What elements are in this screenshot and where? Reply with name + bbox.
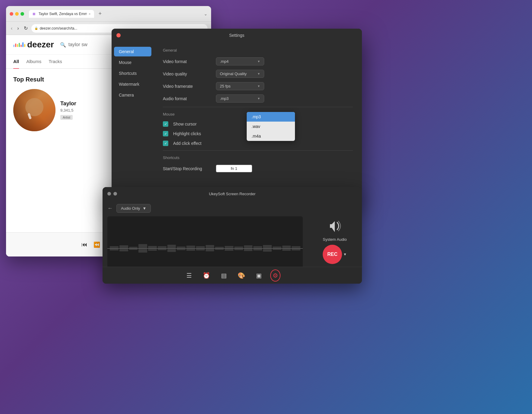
settings-close-button[interactable] — [116, 33, 121, 37]
waveform-center-line — [107, 248, 303, 249]
deezer-search[interactable]: 🔍 taylor sw — [60, 42, 87, 48]
browser-titlebar: ▦ Taylor Swift, Zendaya vs Emma × + ⌄ — [6, 6, 211, 22]
nav-all[interactable]: All — [13, 55, 19, 68]
mode-dropdown[interactable]: Audio Only ▼ — [116, 204, 151, 213]
tab-title: Taylor Swift, Zendaya vs Emma — [39, 12, 87, 16]
artist-badge: Artist — [60, 115, 73, 120]
audio-option-m4a[interactable]: .m4a — [247, 131, 295, 141]
show-cursor-checkbox[interactable] — [163, 121, 168, 127]
rec-button[interactable]: REC — [323, 245, 342, 264]
recorder-minimize-button[interactable] — [113, 192, 117, 196]
tab-close-button[interactable]: × — [89, 12, 90, 16]
audio-format-row: Audio format .mp3 ▼ — [163, 94, 353, 103]
rec-button-row: REC ▼ — [323, 245, 347, 264]
recorder-titlebar: UkeySoft Screen Recorder — [103, 187, 362, 200]
url-text: deezer.com/search/ta... — [40, 26, 78, 30]
deezer-logo: deezer — [13, 40, 54, 49]
click-effect-label: Add click effect — [173, 141, 201, 146]
video-format-label: Video format — [163, 59, 211, 64]
audio-format-dropdown[interactable]: .mp3 ▼ — [216, 94, 264, 103]
shortcut-input[interactable]: fn 1 — [216, 165, 252, 172]
click-effect-checkbox[interactable] — [163, 141, 168, 146]
click-effect-row: Add click effect — [163, 141, 353, 146]
audio-format-arrow-icon: ▼ — [257, 97, 260, 100]
settings-tool-button[interactable]: ⚙ — [270, 269, 280, 282]
skip-back-button[interactable]: ⏮ — [81, 241, 87, 248]
system-audio-label: System Audio — [323, 237, 347, 242]
palette-tool-button[interactable]: 🎨 — [235, 269, 248, 282]
settings-nav-camera[interactable]: Camera — [114, 90, 151, 100]
recorder-toolbar: ← Audio Only ▼ — [107, 204, 303, 213]
highlight-clicks-label: Highlight clicks — [173, 131, 201, 136]
nav-tracks[interactable]: Tracks — [49, 55, 62, 68]
rec-chevron-icon[interactable]: ▼ — [343, 252, 347, 256]
caption-tool-button[interactable]: ▤ — [219, 269, 229, 282]
video-quality-row: Video quality Original Quality ▼ — [163, 70, 353, 78]
video-quality-arrow-icon: ▼ — [257, 72, 260, 75]
tab-favicon: ▦ — [33, 12, 37, 16]
settings-nav-general[interactable]: General — [114, 47, 151, 56]
shortcuts-section-title: Shortcuts — [163, 155, 353, 160]
search-icon: 🔍 — [60, 42, 66, 48]
browser-tab[interactable]: ▦ Taylor Swift, Zendaya vs Emma × — [29, 10, 94, 18]
list-tool-button[interactable]: ☰ — [184, 269, 194, 282]
video-quality-dropdown[interactable]: Original Quality ▼ — [216, 70, 264, 78]
video-format-dropdown[interactable]: .mp4 ▼ — [216, 57, 264, 65]
recorder-window: UkeySoft Screen Recorder ← Audio Only ▼ — [103, 187, 362, 284]
lock-icon: 🔒 — [34, 27, 38, 30]
new-tab-button[interactable]: + — [98, 11, 102, 17]
system-audio-section: System Audio — [323, 220, 347, 242]
mode-label: Audio Only — [121, 206, 140, 211]
settings-divider — [163, 107, 353, 107]
recorder-back-button[interactable]: ← — [107, 205, 113, 212]
settings-title: Settings — [229, 33, 245, 38]
recorder-title: UkeySoft Screen Recorder — [209, 192, 256, 196]
video-quality-value: Original Quality — [220, 72, 247, 76]
audio-option-wav[interactable]: .wav — [247, 122, 295, 131]
settings-nav-shortcuts[interactable]: Shortcuts — [114, 68, 151, 78]
settings-nav-watermark[interactable]: Watermark — [114, 79, 151, 89]
traffic-lights — [10, 12, 24, 16]
recorder-bottom-toolbar: ☰ ⏰ ▤ 🎨 ▣ ⚙ — [103, 267, 362, 284]
video-framerate-row: Video framerate 25 fps ▼ — [163, 82, 353, 90]
video-format-arrow-icon: ▼ — [257, 60, 260, 63]
deezer-wordmark: deezer — [27, 40, 54, 49]
forward-button[interactable]: › — [16, 24, 20, 32]
show-cursor-label: Show cursor — [173, 122, 197, 126]
settings-content: General Video format .mp4 ▼ Video qualit… — [154, 42, 362, 201]
system-audio-icon — [328, 220, 342, 235]
start-stop-recording-row: Start/Stop Recording fn 1 — [163, 165, 353, 172]
search-query-text: taylor sw — [68, 42, 87, 47]
settings-window: Settings General Mouse Shortcuts Waterma… — [112, 29, 362, 201]
video-framerate-value: 25 fps — [220, 84, 230, 88]
settings-body: General Mouse Shortcuts Watermark Camera… — [112, 42, 362, 201]
audio-format-dropdown-menu: .mp3 .wav .m4a — [247, 112, 295, 141]
nav-albums[interactable]: Albums — [26, 55, 41, 68]
general-section-title: General — [163, 48, 353, 53]
audio-option-mp3[interactable]: .mp3 — [247, 112, 295, 122]
video-format-value: .mp4 — [220, 59, 229, 64]
audio-format-value: .mp3 — [220, 96, 229, 101]
timer-tool-button[interactable]: ⏰ — [200, 269, 213, 282]
rewind-button[interactable]: ⏪ — [93, 241, 100, 248]
tab-chevron-icon[interactable]: ⌄ — [204, 11, 207, 16]
recorder-close-button[interactable] — [107, 192, 111, 196]
audio-format-label: Audio format — [163, 96, 211, 101]
deezer-logo-icon — [13, 42, 25, 47]
video-framerate-dropdown[interactable]: 25 fps ▼ — [216, 82, 264, 90]
image-tool-button[interactable]: ▣ — [254, 269, 264, 282]
settings-titlebar: Settings — [112, 29, 362, 42]
mode-dropdown-arrow: ▼ — [143, 206, 147, 211]
video-quality-label: Video quality — [163, 72, 211, 76]
settings-nav-mouse[interactable]: Mouse — [114, 58, 151, 67]
maximize-traffic-light[interactable] — [21, 12, 24, 16]
artist-image — [13, 89, 55, 131]
minimize-traffic-light[interactable] — [15, 12, 19, 16]
reload-button[interactable]: ↻ — [23, 24, 29, 32]
highlight-clicks-checkbox[interactable] — [163, 131, 168, 136]
video-format-row: Video format .mp4 ▼ — [163, 57, 353, 65]
settings-sidebar: General Mouse Shortcuts Watermark Camera — [112, 42, 154, 201]
back-button[interactable]: ‹ — [10, 24, 14, 32]
close-traffic-light[interactable] — [10, 12, 13, 16]
settings-divider-2 — [163, 150, 353, 151]
